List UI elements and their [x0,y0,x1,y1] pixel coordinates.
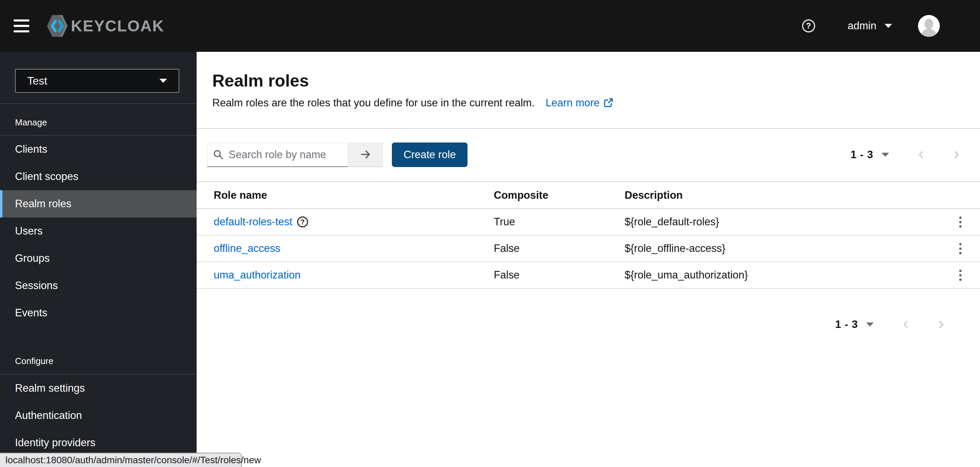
header-divider [197,128,980,129]
pagination-next-button[interactable] [952,150,961,159]
top-bar: KEYCLOAK admin [0,0,980,52]
pagination-top: 1 - 3 [851,142,961,167]
table-row: default-roles-test True ${role_default-r… [197,209,980,236]
sidebar-item-realm-roles[interactable]: Realm roles [0,190,197,217]
page-description-text: Realm roles are the roles that you defin… [212,97,535,109]
pagination-options-caret-icon[interactable] [881,153,889,157]
question-circle-icon[interactable] [297,217,308,227]
keycloak-admin-console: KEYCLOAK admin Test Manage Clients Clien… [0,0,980,467]
column-header-composite: Composite [494,182,625,208]
composite-cell: False [494,269,625,281]
search-submit-button[interactable] [348,142,383,167]
chevron-down-icon [885,24,892,28]
search-group [207,142,383,167]
arrow-right-icon [360,148,371,160]
keycloak-logo: KEYCLOAK [47,15,164,37]
chevron-down-icon [159,79,167,83]
sidebar-item-authentication[interactable]: Authentication [0,402,197,429]
create-role-button[interactable]: Create role [392,142,468,167]
sidebar-nav-configure: Realm settings Authentication Identity p… [0,375,197,456]
user-menu[interactable]: admin [848,20,892,32]
realm-selector-value: Test [27,75,159,87]
sidebar-item-users[interactable]: Users [0,217,197,245]
row-actions-kebab-icon[interactable] [953,212,968,232]
realm-selector[interactable]: Test [15,69,179,93]
pagination-range: 1 - 3 [835,319,858,331]
avatar[interactable] [918,15,940,37]
sidebar-item-clients[interactable]: Clients [0,135,197,163]
role-name-cell: default-roles-test [214,216,494,228]
chevron-right-icon [952,150,961,159]
sidebar-item-groups[interactable]: Groups [0,245,197,272]
pagination-bottom: 1 - 3 [835,312,946,337]
hamburger-menu-icon[interactable] [14,19,29,32]
username-label: admin [848,20,877,32]
help-icon[interactable] [802,19,815,32]
description-cell: ${role_offline-access} [625,242,930,255]
description-cell: ${role_uma_authorization} [625,269,930,281]
main-content: Realm roles Realm roles are the roles th… [197,52,980,467]
pagination-next-button[interactable] [936,320,946,329]
search-box [207,142,348,167]
role-name-cell: offline_access [214,242,494,255]
composite-cell: True [494,216,625,228]
column-header-actions [930,182,968,208]
role-link-uma-authorization[interactable]: uma_authorization [214,269,301,281]
table-header-row: Role name Composite Description [197,181,980,209]
page-title: Realm roles [212,71,309,91]
pagination-range: 1 - 3 [851,148,873,161]
brand-text: KEYCLOAK [71,17,164,35]
search-icon [213,149,224,160]
column-header-role-name: Role name [214,182,494,208]
chevron-left-icon [916,150,926,159]
sidebar-nav-manage: Clients Client scopes Realm roles Users … [0,135,197,327]
sidebar-item-sessions[interactable]: Sessions [0,272,197,299]
pagination-prev-button[interactable] [901,320,910,329]
description-cell: ${role_default-roles} [625,216,930,228]
table-row: offline_access False ${role_offline-acce… [197,236,980,262]
search-input[interactable] [229,148,342,161]
sidebar-section-configure: Configure [15,356,54,367]
chevron-right-icon [936,320,946,329]
role-link-default-roles-test[interactable]: default-roles-test [214,216,293,228]
sidebar-item-events[interactable]: Events [0,299,197,327]
row-actions-kebab-icon[interactable] [953,265,968,285]
composite-cell: False [494,242,625,255]
sidebar-divider [0,103,197,104]
sidebar: Test Manage Clients Client scopes Realm … [0,52,197,467]
toolbar: Create role [207,142,468,167]
learn-more-link[interactable]: Learn more [546,97,613,109]
role-link-offline-access[interactable]: offline_access [214,242,280,255]
chevron-left-icon [901,320,910,329]
column-header-description: Description [625,182,930,208]
page-description: Realm roles are the roles that you defin… [212,97,613,109]
external-link-icon [603,98,613,108]
row-actions-kebab-icon[interactable] [953,238,968,259]
browser-status-bar: localhost:18080/auth/admin/master/consol… [0,453,242,467]
sidebar-section-manage: Manage [15,117,47,128]
role-name-cell: uma_authorization [214,269,494,281]
table-row: uma_authorization False ${role_uma_autho… [197,262,980,289]
pagination-options-caret-icon[interactable] [866,322,874,327]
sidebar-item-identity-providers[interactable]: Identity providers [0,429,197,456]
sidebar-item-realm-settings[interactable]: Realm settings [0,375,197,402]
keycloak-hexagon-icon [47,15,67,37]
pagination-prev-button[interactable] [916,150,926,159]
status-url: localhost:18080/auth/admin/master/consol… [5,455,261,465]
sidebar-item-client-scopes[interactable]: Client scopes [0,163,197,190]
